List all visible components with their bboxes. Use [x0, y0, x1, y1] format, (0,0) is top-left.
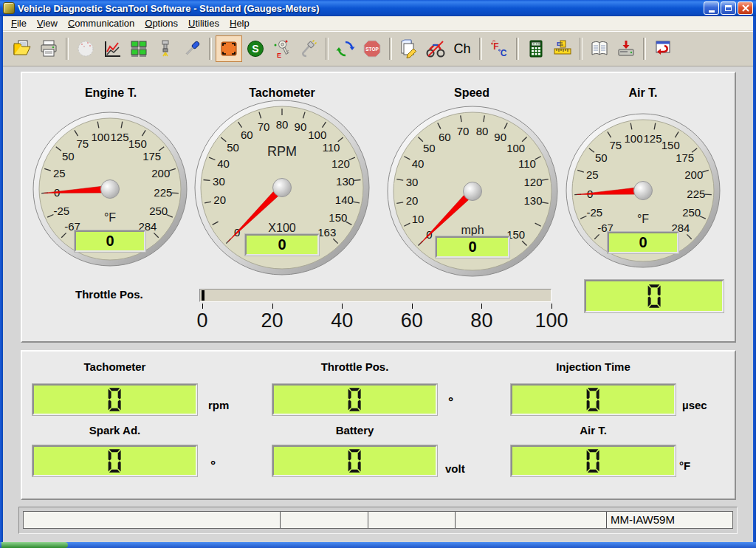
menu-help[interactable]: Help	[224, 16, 255, 30]
window-controls	[704, 1, 756, 15]
gauge-title-speed: Speed	[409, 86, 535, 100]
readout-unit-battery: volt	[445, 462, 465, 475]
readout-label-air-temp: Air T.	[511, 424, 676, 436]
toolbar-separator	[479, 38, 482, 60]
throttle-scale-tick	[202, 304, 203, 309]
svg-text:225: 225	[154, 186, 172, 199]
svg-text:50: 50	[227, 141, 239, 154]
close-button[interactable]	[738, 1, 753, 15]
svg-text:100: 100	[506, 142, 525, 154]
svg-text:100: 100	[92, 131, 110, 143]
throttle-pos-bar	[199, 289, 551, 302]
readout-label-battery: Battery	[272, 424, 437, 436]
svg-text:50: 50	[595, 151, 608, 164]
menu-communication[interactable]: Communication	[63, 16, 140, 30]
standard-mode-button[interactable]: S	[242, 35, 269, 62]
readout-label-tachometer: Tachometer	[32, 360, 197, 373]
connector-button[interactable]	[295, 35, 322, 62]
svg-text:50: 50	[423, 142, 436, 154]
gauge-title-engine-temp: Engine T.	[48, 86, 173, 100]
chart-icon	[103, 39, 122, 58]
svg-text:130: 130	[336, 175, 354, 188]
throttle-scale-number: 100	[522, 309, 581, 332]
readout-unit-spark-advance: °	[210, 458, 216, 473]
svg-text:mph: mph	[461, 224, 484, 236]
taskbar[interactable]	[0, 542, 756, 548]
svg-text:20: 20	[213, 193, 226, 206]
calculator-button[interactable]	[523, 35, 549, 62]
throttle-pos-display	[585, 280, 724, 312]
chart-button[interactable]	[99, 35, 126, 62]
app-icon	[3, 2, 15, 14]
readouts-panel: Tachometer rpm Throttle Pos. ° Injection…	[21, 350, 736, 500]
readout-label-spark-advance: Spark Ad.	[32, 424, 197, 436]
svg-text:100: 100	[308, 129, 326, 141]
maximize-button[interactable]	[721, 1, 736, 15]
stop-icon: STOP	[362, 39, 382, 58]
title-bar[interactable]: Vehicle Diagnostic ScanTool Software - S…	[0, 0, 756, 16]
menu-options[interactable]: Options	[140, 16, 183, 30]
channel-button[interactable]: Ch	[449, 35, 475, 62]
spark-plug-button[interactable]	[152, 35, 179, 62]
engine-view-button[interactable]	[216, 35, 242, 62]
readout-display-spark-advance	[32, 445, 197, 476]
download-button[interactable]	[613, 35, 639, 62]
download-device-icon	[616, 39, 636, 58]
readout-display-tachometer	[32, 384, 197, 415]
log-edit-button[interactable]	[396, 35, 422, 62]
menu-file[interactable]: File	[6, 16, 32, 30]
readout-label-injection-time: Injection Time	[511, 360, 676, 373]
s-circle-icon: S	[246, 39, 265, 58]
maximize-icon	[725, 5, 732, 11]
svg-text:50: 50	[62, 150, 75, 162]
measure-button[interactable]: E	[549, 35, 576, 62]
manual-button[interactable]	[586, 35, 613, 62]
minimize-button[interactable]	[704, 1, 719, 15]
toolbar-separator	[643, 38, 646, 60]
window-title: Vehicle Diagnostic ScanTool Software - S…	[18, 3, 320, 14]
svg-text:60: 60	[241, 129, 253, 141]
screwdriver-button[interactable]	[179, 35, 205, 62]
svg-text:120: 120	[523, 176, 542, 188]
throttle-scale-tick	[551, 304, 552, 309]
toolbar: S E	[3, 31, 753, 66]
gauge-disabled-button[interactable]	[72, 35, 99, 62]
meters-view-button[interactable]	[126, 35, 152, 62]
connect-refresh-button[interactable]	[332, 35, 359, 62]
readout-unit-injection-time: µsec	[682, 399, 707, 411]
fahrenheit-celsius-icon: F C	[489, 39, 509, 58]
ignition-key-button[interactable]: E	[269, 35, 295, 62]
start-button[interactable]	[1, 542, 68, 548]
svg-text:Ch: Ch	[453, 41, 470, 56]
gauge-disabled-icon	[76, 39, 95, 58]
svg-text:175: 175	[676, 151, 694, 164]
throttle-scale-tick	[272, 304, 273, 309]
calculator-icon	[526, 39, 546, 58]
svg-text:150: 150	[329, 211, 347, 224]
readout-unit-throttle-pos: °	[448, 394, 453, 410]
engine-icon	[219, 39, 238, 58]
svg-text:163: 163	[317, 226, 336, 239]
open-file-button[interactable]	[9, 35, 35, 62]
throttle-scale-tick	[412, 304, 413, 309]
readout-display-throttle-pos	[272, 384, 437, 415]
print-button[interactable]	[35, 35, 62, 62]
exit-button[interactable]	[650, 35, 676, 62]
svg-text:30: 30	[213, 175, 225, 188]
menu-utilities[interactable]: Utilities	[183, 16, 224, 30]
svg-text:75: 75	[609, 139, 622, 151]
toolbar-separator	[516, 38, 519, 60]
meters-grid-icon	[129, 39, 148, 58]
stop-button[interactable]: STOP	[359, 35, 385, 62]
throttle-scale-number: 40	[312, 309, 371, 332]
tachometer-gauge-readout: 0	[245, 234, 319, 256]
gauge-title-tachometer: Tachometer	[219, 86, 345, 100]
motorcycle-disconnect-button[interactable]	[422, 35, 449, 62]
svg-text:150: 150	[662, 139, 680, 151]
temperature-units-button[interactable]: F C	[486, 35, 512, 62]
svg-text:°F: °F	[104, 211, 116, 224]
book-icon	[590, 39, 609, 58]
readout-display-battery	[272, 445, 437, 476]
readout-unit-tachometer: rpm	[208, 399, 229, 411]
menu-view[interactable]: View	[32, 16, 63, 30]
